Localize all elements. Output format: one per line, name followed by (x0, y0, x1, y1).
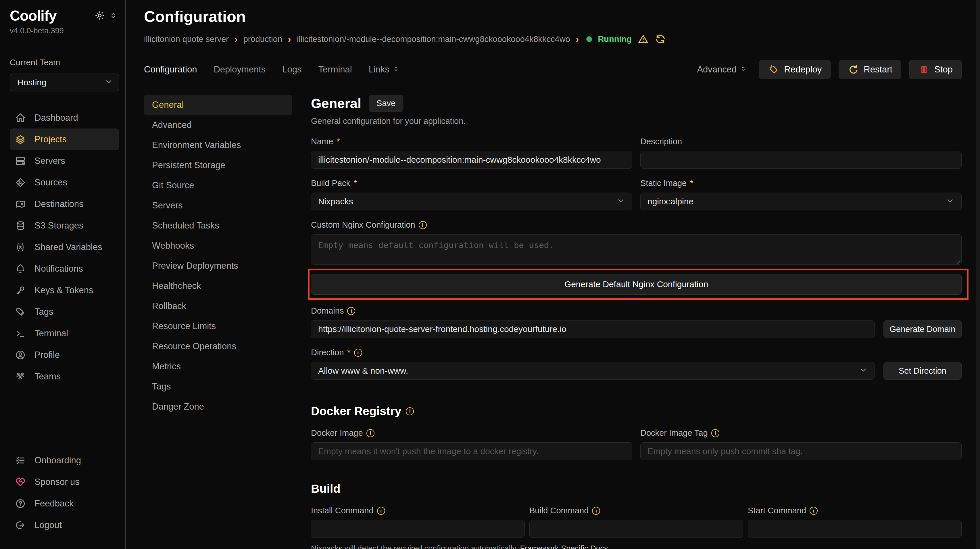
submenu-git-source[interactable]: Git Source (144, 175, 292, 196)
sidebar-item-shared-variables[interactable]: Shared Variables (10, 236, 119, 258)
sidebar-item-keys-tokens[interactable]: Keys & Tokens (10, 279, 119, 301)
team-select-value: Hosting (17, 78, 46, 88)
framework-docs-link[interactable]: Framework Specific Docs (520, 544, 608, 549)
info-icon[interactable] (406, 407, 414, 415)
build-pack-value: Nixpacks (318, 197, 353, 206)
sidebar-item-dashboard[interactable]: Dashboard (10, 107, 119, 129)
submenu-general[interactable]: General (144, 95, 292, 115)
sidebar-item-notifications[interactable]: Notifications (10, 258, 119, 279)
submenu-persistent-storage[interactable]: Persistent Storage (144, 155, 292, 175)
info-icon[interactable] (354, 348, 362, 357)
submenu-preview-deployments[interactable]: Preview Deployments (144, 256, 292, 276)
user-circle-icon (15, 350, 26, 360)
sidebar-item-servers[interactable]: Servers (10, 150, 119, 172)
domains-input[interactable] (311, 320, 875, 338)
breadcrumb-project[interactable]: illicitonion quote server (144, 35, 229, 44)
theme-sun-icon[interactable] (95, 10, 105, 21)
chevron-down-icon (946, 196, 955, 207)
sidebar-item-feedback[interactable]: Feedback (10, 493, 119, 514)
chevron-down-icon (859, 366, 868, 376)
tab-terminal[interactable]: Terminal (318, 64, 352, 75)
submenu-rollback[interactable]: Rollback (144, 296, 292, 316)
restart-label: Restart (864, 64, 892, 75)
breadcrumb-application[interactable]: illicitestonion/-module--decomposition:m… (297, 35, 570, 44)
sidebar-item-label: Sources (35, 177, 67, 188)
docker-image-label: Docker Image (311, 428, 632, 438)
docker-image-tag-input[interactable] (640, 442, 962, 460)
install-command-label: Install Command (311, 506, 525, 516)
sidebar-item-label: Onboarding (35, 455, 81, 466)
info-icon[interactable] (810, 507, 818, 515)
restart-button[interactable]: Restart (838, 60, 901, 80)
submenu-advanced[interactable]: Advanced (144, 115, 292, 135)
tab-logs[interactable]: Logs (282, 64, 301, 75)
generate-domain-button[interactable]: Generate Domain (883, 320, 962, 338)
description-input[interactable] (640, 151, 962, 169)
submenu-servers[interactable]: Servers (144, 196, 292, 216)
window-scrollbar[interactable] (976, 0, 980, 549)
name-input[interactable] (311, 151, 632, 169)
status-running-link[interactable]: Running (598, 35, 632, 44)
sidebar-item-label: Logout (35, 520, 62, 530)
submenu-tags[interactable]: Tags (144, 377, 292, 397)
sidebar-item-destinations[interactable]: Destinations (10, 193, 119, 215)
sidebar-item-teams[interactable]: Teams (10, 366, 119, 387)
sidebar-item-logout[interactable]: Logout (10, 514, 119, 536)
info-icon[interactable] (592, 507, 600, 515)
tab-configuration[interactable]: Configuration (144, 64, 197, 75)
submenu-resource-limits[interactable]: Resource Limits (144, 316, 292, 336)
sidebar-item-onboarding[interactable]: Onboarding (10, 450, 119, 471)
build-pack-select[interactable]: Nixpacks (311, 193, 632, 210)
info-icon[interactable] (711, 429, 719, 437)
submenu-healthcheck[interactable]: Healthcheck (144, 276, 292, 296)
users-icon (15, 371, 26, 382)
info-icon[interactable] (347, 307, 355, 315)
nginx-config-textarea[interactable] (311, 234, 962, 265)
install-command-input[interactable] (311, 520, 525, 538)
set-direction-button[interactable]: Set Direction (883, 362, 962, 380)
refresh-status-icon[interactable] (655, 33, 666, 45)
sidebar-item-s3-storages[interactable]: S3 Storages (10, 215, 119, 236)
sidebar-item-terminal[interactable]: Terminal (10, 323, 119, 344)
breadcrumb-environment[interactable]: production (243, 35, 282, 44)
build-command-input[interactable] (529, 520, 743, 538)
sidebar-item-label: S3 Storages (35, 220, 84, 231)
warning-icon[interactable] (638, 33, 649, 45)
submenu-environment-variables[interactable]: Environment Variables (144, 135, 292, 155)
submenu-resource-operations[interactable]: Resource Operations (144, 336, 292, 356)
generate-nginx-config-button[interactable]: Generate Default Nginx Configuration (311, 274, 962, 294)
sidebar-item-tags[interactable]: Tags (10, 301, 119, 323)
team-select[interactable]: Hosting (10, 73, 119, 91)
tags-icon (15, 306, 26, 317)
chevron-updown-icon (740, 64, 747, 75)
advanced-dropdown[interactable]: Advanced (697, 64, 747, 75)
direction-select[interactable]: Allow www & non-www. (311, 362, 875, 380)
tab-links[interactable]: Links (369, 64, 400, 75)
nginx-config-label: Custom Nginx Configuration (311, 220, 962, 230)
static-image-label: Static Image (640, 178, 962, 188)
sidebar-item-sources[interactable]: Sources (10, 172, 119, 193)
info-icon[interactable] (419, 221, 427, 229)
sidebar-item-projects[interactable]: Projects (10, 129, 119, 150)
docker-image-input[interactable] (311, 442, 632, 460)
info-icon[interactable] (377, 507, 385, 515)
redeploy-button[interactable]: Redeploy (759, 60, 830, 80)
info-icon[interactable] (366, 429, 374, 437)
build-command-label: Build Command (529, 506, 743, 516)
theme-selector-chevrons-icon[interactable] (109, 11, 118, 20)
sidebar-item-profile[interactable]: Profile (10, 344, 119, 366)
stop-button[interactable]: Stop (909, 60, 962, 80)
submenu-scheduled-tasks[interactable]: Scheduled Tasks (144, 216, 292, 236)
sidebar-item-sponsor-us[interactable]: Sponsor us (10, 471, 119, 493)
submenu-danger-zone[interactable]: Danger Zone (144, 397, 292, 417)
redeploy-icon (768, 64, 780, 75)
sidebar-header: Coolify (10, 8, 119, 24)
static-image-select[interactable]: nginx:alpine (640, 193, 962, 210)
tab-deployments[interactable]: Deployments (213, 64, 266, 75)
start-command-input[interactable] (748, 520, 962, 538)
app-version: v4.0.0-beta.399 (10, 27, 119, 35)
build-note: Nixpacks will detect the required config… (311, 544, 962, 549)
save-button[interactable]: Save (369, 95, 403, 112)
submenu-metrics[interactable]: Metrics (144, 356, 292, 377)
submenu-webhooks[interactable]: Webhooks (144, 236, 292, 256)
